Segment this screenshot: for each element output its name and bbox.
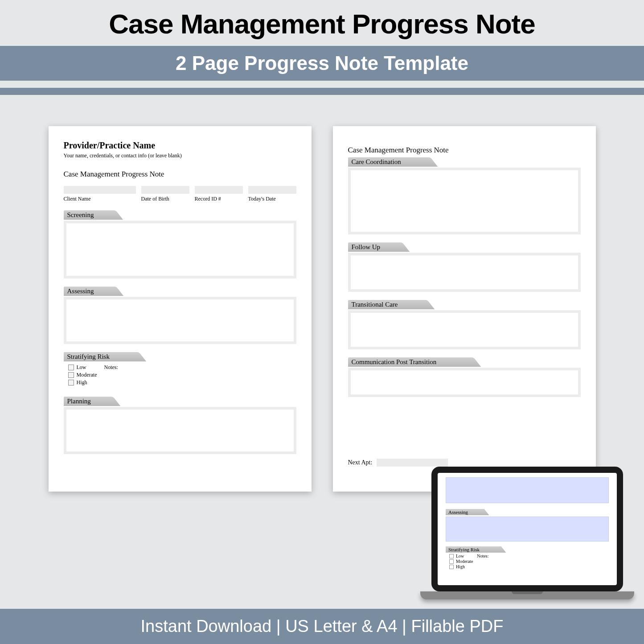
risk-moderate-checkbox[interactable]	[68, 372, 74, 378]
client-name-input[interactable]	[64, 186, 136, 194]
client-info-row: Client Name Date of Birth Record ID # To…	[64, 186, 296, 202]
page-1: Provider/Practice Name Your name, creden…	[49, 126, 312, 492]
laptop-moderate-label: Moderate	[456, 559, 473, 564]
subtitle-banner: 2 Page Progress Note Template	[0, 46, 644, 81]
assessing-tab: Assessing	[64, 287, 110, 296]
screening-input[interactable]	[64, 221, 296, 279]
assessing-input[interactable]	[64, 297, 296, 344]
assessing-section: Assessing	[64, 287, 296, 344]
follow-up-input[interactable]	[348, 253, 581, 292]
risk-moderate-label: Moderate	[77, 372, 97, 378]
transitional-care-section: Transitional Care	[348, 300, 581, 349]
communication-post-tab: Communication Post Transition	[348, 357, 468, 367]
laptop-high-label: High	[456, 564, 465, 569]
screening-section: Screening	[64, 210, 296, 279]
pages-container: Provider/Practice Name Your name, creden…	[0, 95, 644, 492]
laptop-high-checkbox	[449, 565, 454, 569]
document-title: Case Management Progress Note	[64, 170, 296, 179]
care-coordination-input[interactable]	[348, 168, 581, 234]
next-apt-label: Next Apt:	[348, 459, 373, 466]
todays-date-input[interactable]	[248, 186, 296, 194]
provider-name: Provider/Practice Name	[64, 140, 296, 151]
document-title-p2: Case Management Progress Note	[348, 146, 581, 155]
care-coordination-tab: Care Coordination	[348, 157, 424, 167]
divider-banner	[0, 88, 644, 95]
record-id-input[interactable]	[195, 186, 243, 194]
screening-tab: Screening	[64, 210, 110, 220]
risk-low-checkbox[interactable]	[68, 365, 74, 370]
dob-label: Date of Birth	[141, 196, 189, 202]
care-coordination-section: Care Coordination	[348, 157, 581, 234]
planning-tab: Planning	[64, 397, 107, 406]
laptop-low-checkbox	[449, 554, 454, 558]
record-id-label: Record ID #	[195, 196, 243, 202]
transitional-care-input[interactable]	[348, 310, 581, 349]
risk-high-label: High	[77, 379, 87, 386]
risk-low-label: Low	[77, 364, 86, 371]
risk-high-checkbox[interactable]	[68, 380, 74, 386]
provider-subtext: Your name, credentials, or contact info …	[64, 152, 296, 159]
planning-section: Planning	[64, 397, 296, 454]
communication-post-input[interactable]	[348, 368, 581, 397]
laptop-assessing-box	[446, 517, 609, 541]
todays-date-label: Today's Date	[248, 196, 296, 202]
laptop-assessing-tab: Assessing	[446, 509, 480, 515]
laptop-screen: Assessing Stratifying Risk Low Notes: Mo…	[431, 467, 623, 591]
dob-input[interactable]	[141, 186, 189, 194]
follow-up-tab: Follow Up	[348, 242, 397, 252]
laptop-stratifying-tab: Stratifying Risk	[446, 546, 497, 553]
laptop-notes-label: Notes:	[477, 554, 488, 558]
risk-notes-label: Notes:	[104, 364, 118, 371]
footer-banner: Instant Download | US Letter & A4 | Fill…	[0, 609, 644, 644]
client-name-label: Client Name	[64, 196, 136, 202]
laptop-low-label: Low	[456, 554, 464, 558]
laptop-moderate-checkbox	[449, 559, 454, 564]
stratifying-section: Stratifying Risk Low Notes: Moderate Hig…	[64, 352, 296, 389]
next-apt-row: Next Apt:	[348, 459, 581, 467]
laptop-top-box	[446, 477, 609, 503]
page-2: Case Management Progress Note Care Coord…	[333, 126, 596, 492]
main-title: Case Management Progress Note	[0, 0, 644, 46]
transitional-care-tab: Transitional Care	[348, 300, 421, 309]
follow-up-section: Follow Up	[348, 242, 581, 292]
next-apt-input[interactable]	[377, 459, 448, 467]
laptop-base	[420, 591, 634, 599]
laptop-preview: Assessing Stratifying Risk Low Notes: Mo…	[420, 467, 634, 609]
stratifying-tab: Stratifying Risk	[64, 352, 133, 361]
communication-post-section: Communication Post Transition	[348, 357, 581, 397]
planning-input[interactable]	[64, 407, 296, 454]
